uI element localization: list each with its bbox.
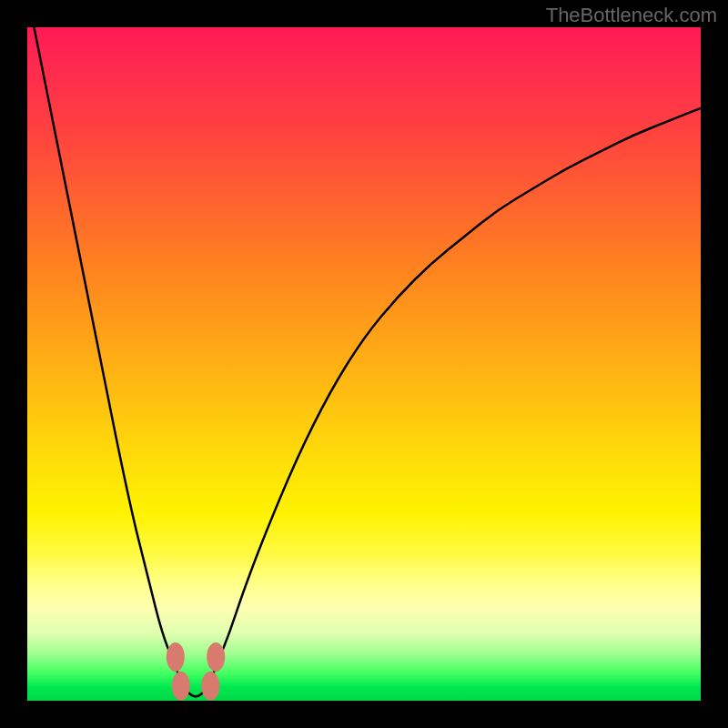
bottleneck-curve-canvas — [27, 27, 701, 701]
watermark-text: TheBottleneck.com — [546, 4, 717, 27]
chart-plot-area — [27, 27, 701, 701]
